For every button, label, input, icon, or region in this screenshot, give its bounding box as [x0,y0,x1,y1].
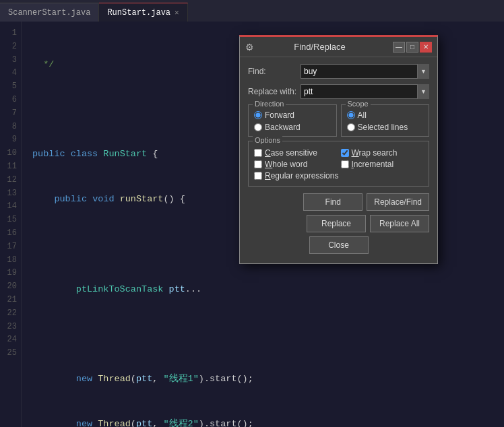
tab-scannerstart-label: ScannerStart.java [8,8,90,18]
close-button[interactable]: Close [309,236,369,254]
tab-runstart-label: RunStart.java [107,8,170,18]
incremental-label[interactable]: Incremental [352,160,394,169]
find-dropdown-btn[interactable]: ▼ [417,64,429,79]
scope-group: Scope All Selected lines [341,104,430,137]
tab-runstart[interactable]: RunStart.java ✕ [99,3,187,22]
whole-word-label[interactable]: Whole word [265,160,307,169]
action-buttons-row1: Find Replace/Find [248,193,429,211]
find-row: Find: ▼ [248,64,429,79]
tab-scannerstart[interactable]: ScannerStart.java [0,3,99,22]
find-input-wrap: ▼ [301,64,429,79]
scope-selected-radio[interactable] [347,123,355,131]
incremental-row: Incremental [341,160,424,169]
scope-selected-row: Selected lines [347,123,424,132]
direction-scope-row: Direction Forward Backward Scope All [248,104,429,137]
close-row: Close [248,236,429,254]
replace-dropdown-btn[interactable]: ▼ [417,84,429,99]
direction-backward-radio[interactable] [254,123,262,131]
scope-selected-label[interactable]: Selected lines [358,123,408,132]
incremental-checkbox[interactable] [341,160,349,168]
dialog-window-controls: — □ ✕ [393,42,432,53]
replace-input-wrap: ▼ [301,84,429,99]
direction-backward-label[interactable]: Backward [265,123,301,132]
replace-button[interactable]: Replace [307,215,366,232]
regex-checkbox[interactable] [254,172,262,180]
wrap-search-checkbox[interactable] [341,149,349,157]
replace-find-button[interactable]: Replace/Find [367,193,429,211]
restore-button[interactable]: □ [406,42,418,53]
find-button[interactable]: Find [303,193,363,211]
tab-bar: ScannerStart.java RunStart.java ✕ [0,0,504,22]
regex-row: Regular expressions [254,171,423,180]
minimize-button[interactable]: — [393,42,405,53]
dialog-title: Find/Replace [260,42,379,52]
line-numbers: 12345 678910 1112131415 1617181920 21222… [0,22,22,427]
direction-forward-label[interactable]: Forward [265,110,294,120]
case-sensitive-label[interactable]: Case sensitive [265,148,317,158]
options-title: Options [253,136,282,144]
direction-title: Direction [253,100,286,108]
tab-runstart-close[interactable]: ✕ [175,8,179,17]
direction-backward-row: Backward [254,123,331,132]
options-grid: Case sensitive Wrap search Whole word In… [254,148,423,180]
whole-word-row: Whole word [254,160,337,169]
direction-group: Direction Forward Backward [248,104,337,137]
replace-label: Replace with: [248,87,301,96]
direction-forward-row: Forward [254,110,331,120]
replace-row: Replace with: ▼ [248,84,429,99]
find-label: Find: [248,67,301,76]
dialog-close-button[interactable]: ✕ [420,42,432,53]
replace-all-button[interactable]: Replace All [370,215,429,232]
gear-icon: ⚙ [245,42,256,53]
scope-title: Scope [346,100,371,108]
regex-label[interactable]: Regular expressions [265,171,338,180]
options-group: Options Case sensitive Wrap search Whole… [248,141,429,187]
action-buttons-row2: Replace Replace All [248,215,429,232]
scope-all-radio[interactable] [347,111,355,119]
case-sensitive-checkbox[interactable] [254,149,262,157]
direction-forward-radio[interactable] [254,111,262,119]
find-replace-dialog: ⚙ Find/Replace — □ ✕ Find: ▼ Replace wit… [239,35,438,264]
find-input[interactable] [301,64,429,79]
wrap-search-label[interactable]: Wrap search [352,148,398,158]
replace-input[interactable] [301,84,429,99]
scope-all-label[interactable]: All [358,110,367,120]
wrap-search-row: Wrap search [341,148,424,158]
dialog-titlebar: ⚙ Find/Replace — □ ✕ [240,37,437,57]
scope-all-row: All [347,110,424,120]
case-sensitive-row: Case sensitive [254,148,337,158]
dialog-body: Find: ▼ Replace with: ▼ Direction Forwar… [240,57,437,263]
whole-word-checkbox[interactable] [254,160,262,168]
